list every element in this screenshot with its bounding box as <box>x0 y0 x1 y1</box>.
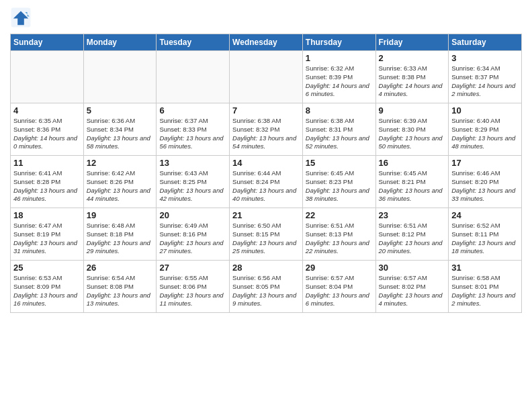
daylight-label: Daylight: 14 hours and 6 minutes. <box>306 82 369 98</box>
day-cell: 10Sunrise: 6:40 AMSunset: 8:29 PMDayligh… <box>449 103 522 156</box>
daylight-label: Daylight: 13 hours and 38 minutes. <box>306 187 369 203</box>
day-info: Sunrise: 6:57 AMSunset: 8:04 PMDaylight:… <box>306 274 373 308</box>
day-cell <box>83 51 157 103</box>
day-number: 7 <box>232 105 300 116</box>
daylight-label: Daylight: 13 hours and 29 minutes. <box>87 239 150 255</box>
day-cell: 19Sunrise: 6:48 AMSunset: 8:18 PMDayligh… <box>83 208 157 261</box>
day-number: 26 <box>87 263 154 273</box>
daylight-label: Daylight: 13 hours and 2 minutes. <box>451 291 515 308</box>
day-number: 15 <box>306 158 373 168</box>
day-cell: 7Sunrise: 6:38 AMSunset: 8:32 PMDaylight… <box>230 103 303 156</box>
day-info: Sunrise: 6:51 AMSunset: 8:13 PMDaylight:… <box>306 222 373 256</box>
day-number: 13 <box>159 158 226 168</box>
daylight-label: Daylight: 13 hours and 44 minutes. <box>87 187 150 203</box>
page: SundayMondayTuesdayWednesdayThursdayFrid… <box>0 0 532 411</box>
daylight-label: Daylight: 13 hours and 31 minutes. <box>13 239 77 255</box>
day-number: 6 <box>159 105 226 116</box>
weekday-thursday: Thursday <box>302 34 375 51</box>
daylight-label: Daylight: 13 hours and 9 minutes. <box>232 291 296 308</box>
daylight-label: Daylight: 13 hours and 52 minutes. <box>306 134 369 150</box>
day-info: Sunrise: 6:35 AMSunset: 8:36 PMDaylight:… <box>13 117 81 151</box>
day-cell: 1Sunrise: 6:32 AMSunset: 8:39 PMDaylight… <box>302 51 375 103</box>
day-cell: 2Sunrise: 6:33 AMSunset: 8:38 PMDaylight… <box>375 51 449 103</box>
day-info: Sunrise: 6:32 AMSunset: 8:39 PMDaylight:… <box>306 64 373 99</box>
day-number: 30 <box>379 263 446 273</box>
day-cell: 11Sunrise: 6:41 AMSunset: 8:28 PMDayligh… <box>11 156 84 208</box>
day-info: Sunrise: 6:45 AMSunset: 8:23 PMDaylight:… <box>306 169 373 203</box>
day-number: 21 <box>232 210 300 220</box>
day-info: Sunrise: 6:57 AMSunset: 8:02 PMDaylight:… <box>379 274 446 308</box>
header <box>10 7 522 28</box>
day-number: 14 <box>232 158 300 168</box>
day-number: 31 <box>451 263 519 273</box>
day-info: Sunrise: 6:33 AMSunset: 8:38 PMDaylight:… <box>379 64 446 99</box>
day-number: 9 <box>379 105 446 116</box>
day-cell <box>11 51 84 103</box>
day-number: 22 <box>306 210 373 220</box>
day-cell: 25Sunrise: 6:53 AMSunset: 8:09 PMDayligh… <box>11 261 84 313</box>
daylight-label: Daylight: 13 hours and 18 minutes. <box>451 239 515 255</box>
day-number: 3 <box>451 53 519 63</box>
daylight-label: Daylight: 14 hours and 4 minutes. <box>379 82 443 98</box>
daylight-label: Daylight: 13 hours and 40 minutes. <box>232 187 296 203</box>
day-cell: 29Sunrise: 6:57 AMSunset: 8:04 PMDayligh… <box>302 261 375 313</box>
day-number: 10 <box>451 105 519 116</box>
week-row-0: 1Sunrise: 6:32 AMSunset: 8:39 PMDaylight… <box>11 51 522 103</box>
calendar-table: SundayMondayTuesdayWednesdayThursdayFrid… <box>10 34 522 313</box>
day-number: 24 <box>451 210 519 220</box>
logo <box>10 7 36 28</box>
week-row-4: 25Sunrise: 6:53 AMSunset: 8:09 PMDayligh… <box>11 261 522 313</box>
day-cell: 3Sunrise: 6:34 AMSunset: 8:37 PMDaylight… <box>449 51 522 103</box>
day-cell <box>157 51 230 103</box>
day-info: Sunrise: 6:49 AMSunset: 8:16 PMDaylight:… <box>159 222 226 256</box>
daylight-label: Daylight: 13 hours and 13 minutes. <box>87 291 150 308</box>
daylight-label: Daylight: 14 hours and 0 minutes. <box>13 134 77 150</box>
day-cell: 15Sunrise: 6:45 AMSunset: 8:23 PMDayligh… <box>302 156 375 208</box>
day-cell: 4Sunrise: 6:35 AMSunset: 8:36 PMDaylight… <box>11 103 84 156</box>
day-cell: 20Sunrise: 6:49 AMSunset: 8:16 PMDayligh… <box>157 208 230 261</box>
day-info: Sunrise: 6:38 AMSunset: 8:31 PMDaylight:… <box>306 117 373 151</box>
daylight-label: Daylight: 13 hours and 56 minutes. <box>159 134 223 150</box>
day-info: Sunrise: 6:46 AMSunset: 8:20 PMDaylight:… <box>451 169 519 203</box>
day-cell: 24Sunrise: 6:52 AMSunset: 8:11 PMDayligh… <box>449 208 522 261</box>
day-number: 5 <box>87 105 154 116</box>
day-cell: 16Sunrise: 6:45 AMSunset: 8:21 PMDayligh… <box>375 156 449 208</box>
daylight-label: Daylight: 13 hours and 27 minutes. <box>159 239 223 255</box>
day-number: 27 <box>159 263 226 273</box>
day-number: 29 <box>306 263 373 273</box>
week-row-3: 18Sunrise: 6:47 AMSunset: 8:19 PMDayligh… <box>11 208 522 261</box>
day-cell: 30Sunrise: 6:57 AMSunset: 8:02 PMDayligh… <box>375 261 449 313</box>
day-cell: 27Sunrise: 6:55 AMSunset: 8:06 PMDayligh… <box>157 261 230 313</box>
day-number: 1 <box>306 53 373 63</box>
day-info: Sunrise: 6:55 AMSunset: 8:06 PMDaylight:… <box>159 274 226 308</box>
daylight-label: Daylight: 13 hours and 42 minutes. <box>159 187 223 203</box>
day-cell: 9Sunrise: 6:39 AMSunset: 8:30 PMDaylight… <box>375 103 449 156</box>
day-info: Sunrise: 6:38 AMSunset: 8:32 PMDaylight:… <box>232 117 300 151</box>
day-cell: 8Sunrise: 6:38 AMSunset: 8:31 PMDaylight… <box>302 103 375 156</box>
weekday-friday: Friday <box>375 34 449 51</box>
daylight-label: Daylight: 13 hours and 11 minutes. <box>159 291 223 308</box>
day-cell: 13Sunrise: 6:43 AMSunset: 8:25 PMDayligh… <box>157 156 230 208</box>
daylight-label: Daylight: 13 hours and 22 minutes. <box>306 239 369 255</box>
day-info: Sunrise: 6:56 AMSunset: 8:05 PMDaylight:… <box>232 274 300 308</box>
day-info: Sunrise: 6:42 AMSunset: 8:26 PMDaylight:… <box>87 169 154 203</box>
day-number: 16 <box>379 158 446 168</box>
day-number: 4 <box>13 105 81 116</box>
day-info: Sunrise: 6:43 AMSunset: 8:25 PMDaylight:… <box>159 169 226 203</box>
day-number: 2 <box>379 53 446 63</box>
logo-icon <box>10 7 32 28</box>
day-number: 8 <box>306 105 373 116</box>
day-cell: 26Sunrise: 6:54 AMSunset: 8:08 PMDayligh… <box>83 261 157 313</box>
daylight-label: Daylight: 13 hours and 46 minutes. <box>13 187 77 203</box>
daylight-label: Daylight: 13 hours and 36 minutes. <box>379 187 443 203</box>
day-cell: 5Sunrise: 6:36 AMSunset: 8:34 PMDaylight… <box>83 103 157 156</box>
day-cell: 28Sunrise: 6:56 AMSunset: 8:05 PMDayligh… <box>230 261 303 313</box>
day-number: 19 <box>87 210 154 220</box>
week-row-1: 4Sunrise: 6:35 AMSunset: 8:36 PMDaylight… <box>11 103 522 156</box>
day-cell: 31Sunrise: 6:58 AMSunset: 8:01 PMDayligh… <box>449 261 522 313</box>
daylight-label: Daylight: 13 hours and 48 minutes. <box>451 134 515 150</box>
weekday-wednesday: Wednesday <box>230 34 303 51</box>
weekday-header-row: SundayMondayTuesdayWednesdayThursdayFrid… <box>11 34 522 51</box>
day-info: Sunrise: 6:40 AMSunset: 8:29 PMDaylight:… <box>451 117 519 151</box>
day-number: 28 <box>232 263 300 273</box>
